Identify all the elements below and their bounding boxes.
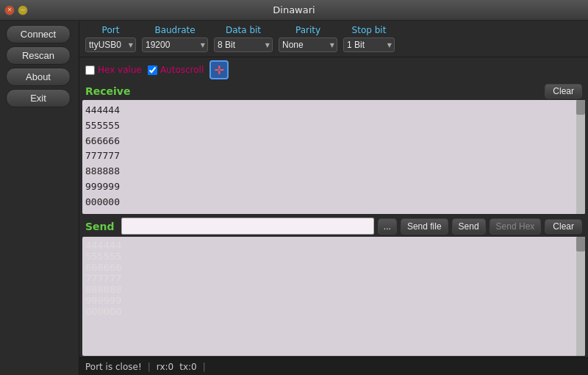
port-bar: Port ttyUSB0 Baudrate 19200 Data bit <box>79 21 588 57</box>
send-button[interactable]: Send <box>452 218 486 235</box>
receive-area: 4444445555556666667777778888889999990000… <box>82 100 585 214</box>
parity-label: Parity <box>295 25 320 35</box>
main-area: Connect Rescan About Exit Port ttyUSB0 B… <box>0 21 588 375</box>
titlebar-buttons: ✕ − <box>4 5 28 15</box>
baudrate-column: Baudrate 19200 <box>142 25 208 52</box>
status-divider1: | <box>148 362 151 372</box>
autoscroll-label[interactable]: Autoscroll <box>160 65 204 75</box>
stopbit-select-wrap: 1 Bit <box>343 38 395 52</box>
tx-status: tx:0 <box>179 362 196 372</box>
databit-column: Data bit 8 Bit <box>214 25 273 52</box>
hex-value-option: Hex value <box>85 65 142 75</box>
hex-value-checkbox[interactable] <box>85 65 95 75</box>
port-label: Port <box>102 25 120 35</box>
send-hex-button[interactable]: Send Hex <box>490 218 542 235</box>
send-scrollbar[interactable] <box>576 237 585 356</box>
autoscroll-checkbox[interactable] <box>148 65 157 75</box>
app-title: Dinawari <box>273 4 315 15</box>
titlebar: ✕ − Dinawari <box>0 0 588 21</box>
exit-button[interactable]: Exit <box>6 89 71 107</box>
stopbit-label: Stop bit <box>352 25 387 35</box>
content-area: Port ttyUSB0 Baudrate 19200 Data bit <box>79 21 588 375</box>
databit-select[interactable]: 8 Bit <box>214 38 273 52</box>
statusbar: Port is close! | rx:0 tx:0 | <box>79 357 588 375</box>
parity-select[interactable]: None <box>279 38 337 52</box>
baudrate-label: Baudrate <box>154 25 195 35</box>
send-input[interactable] <box>121 218 374 235</box>
autoscroll-option: Autoscroll <box>148 65 204 75</box>
parity-select-wrap: None <box>279 38 337 52</box>
close-button[interactable]: ✕ <box>4 5 15 15</box>
receive-scrollbar-thumb <box>576 100 585 115</box>
send-title: Send <box>85 221 115 232</box>
connect-button[interactable]: Connect <box>6 25 71 43</box>
send-clear-button[interactable]: Clear <box>545 219 582 234</box>
expand-button[interactable]: ✛ <box>209 60 229 79</box>
receive-scrollbar[interactable] <box>576 100 585 214</box>
receive-header: Receive Clear <box>79 82 588 100</box>
port-select[interactable]: ttyUSB0 <box>85 38 136 52</box>
baudrate-select[interactable]: 19200 <box>142 38 208 52</box>
status-divider2: | <box>203 362 206 372</box>
baudrate-select-wrap: 19200 <box>142 38 208 52</box>
hex-value-label[interactable]: Hex value <box>98 65 142 75</box>
about-button[interactable]: About <box>6 68 71 86</box>
parity-column: Parity None <box>279 25 337 52</box>
rx-status: rx:0 <box>157 362 173 372</box>
receive-title: Receive <box>85 85 131 97</box>
send-scrollbar-thumb <box>576 237 585 251</box>
databit-label: Data bit <box>226 25 261 35</box>
databit-select-wrap: 8 Bit <box>214 38 273 52</box>
stopbit-select[interactable]: 1 Bit <box>343 38 395 52</box>
send-content: 4444445555556666667777778888889999990000… <box>85 240 582 317</box>
stopbit-column: Stop bit 1 Bit <box>343 25 395 52</box>
send-bar: Send ... Send file Send Send Hex Clear <box>79 215 588 237</box>
port-select-wrap: ttyUSB0 <box>85 38 136 52</box>
send-area: 4444445555556666667777778888889999990000… <box>82 237 585 356</box>
port-column: Port ttyUSB0 <box>85 25 136 52</box>
rescan-button[interactable]: Rescan <box>6 46 71 65</box>
options-bar: Hex value Autoscroll ✛ <box>79 57 588 82</box>
receive-content: 4444445555556666667777778888889999990000… <box>85 103 582 210</box>
receive-clear-button[interactable]: Clear <box>545 84 582 99</box>
port-status: Port is close! <box>85 362 142 372</box>
browse-button[interactable]: ... <box>378 218 397 235</box>
minimize-button[interactable]: − <box>18 5 28 15</box>
send-file-button[interactable]: Send file <box>401 218 448 235</box>
sidebar: Connect Rescan About Exit <box>0 21 79 375</box>
